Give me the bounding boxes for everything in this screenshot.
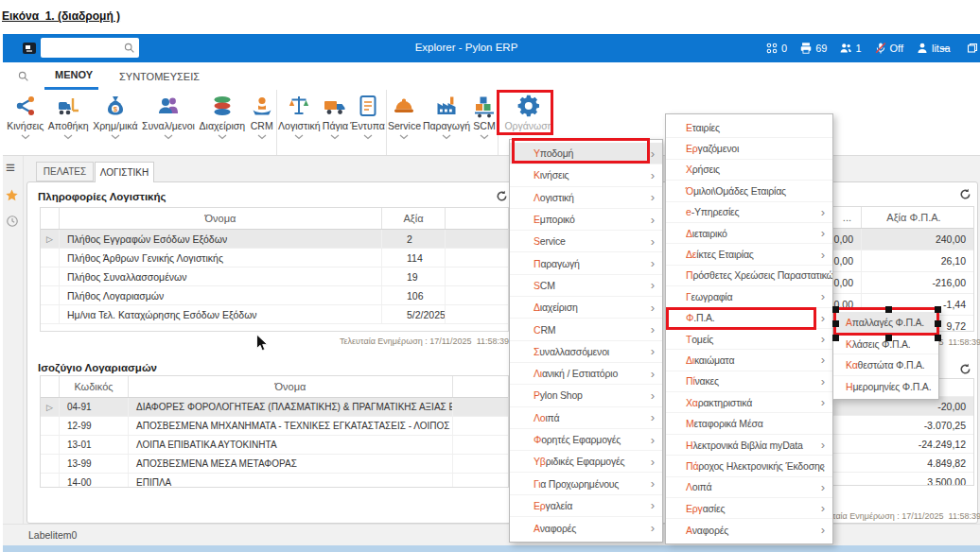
history-icon[interactable]: [6, 215, 19, 228]
menu-item-17[interactable]: Λοιπά: [666, 477, 832, 498]
titlebar-status-branches[interactable]: 0: [765, 42, 787, 55]
menu-item-14[interactable]: Μεταφορικά Μέσα: [666, 413, 832, 434]
refresh-icon[interactable]: [496, 190, 508, 202]
table-row[interactable]: 4.849,82: [813, 454, 973, 473]
menu-item-7[interactable]: Διαχείριση: [510, 297, 662, 319]
menu-item-6[interactable]: SCM: [510, 275, 662, 297]
ribbon-item-moneybag[interactable]: $Χρημ/μικά: [93, 94, 137, 140]
search-box: [41, 38, 139, 58]
menu-item-12[interactable]: Λοιπά: [510, 407, 662, 429]
table-row[interactable]: Πλήθος Άρθρων Γενικής Λογιστικής114: [41, 249, 508, 267]
menu-item-12[interactable]: Πίνακες: [666, 371, 832, 392]
menu-item-0[interactable]: Εταιρίες: [666, 117, 832, 138]
menu-item-14[interactable]: Υβριδικές Εφαρμογές: [510, 451, 662, 473]
table-row[interactable]: 0,00-216,00: [813, 272, 973, 294]
tab-syntomefseis[interactable]: ΣΥΝΤΟΜΕΥΣΕΙΣ: [109, 62, 205, 90]
search-input[interactable]: [44, 39, 124, 57]
menu-item-10[interactable]: Λιανική / Εστιατόριο: [510, 363, 662, 385]
menu-item-1[interactable]: Κλάσεις Φ.Π.Α.: [833, 334, 938, 355]
ribbon-item-scm[interactable]: SCM: [472, 94, 497, 140]
ribbon-item-share[interactable]: Κινήσεις: [7, 94, 44, 140]
table-row[interactable]: 0,00240,00: [813, 229, 973, 250]
menu-item-0[interactable]: Απαλλαγές Φ.Π.Α.: [833, 312, 938, 334]
table-row[interactable]: 13-99ΑΠΟΣΒΕΣΜΕΝΑ ΜΕΣΑ ΜΕΤΑΦΟΡΑΣ: [41, 455, 508, 474]
column-header-kodikos[interactable]: Κωδικός: [60, 376, 129, 397]
menu-item-3[interactable]: Ημερομηνίες Φ.Π.Α.: [833, 376, 938, 398]
cell-name: Πλήθος Λογαριασμών: [60, 286, 382, 304]
ribbon-item-gear[interactable]: Οργάνωση: [504, 94, 552, 131]
titlebar-status-mic-off[interactable]: Off: [874, 42, 903, 55]
menu-item-16[interactable]: Πάροχος Ηλεκτρονικής Έκδοσης: [666, 456, 832, 476]
menu-item-5[interactable]: Διεταιρικό: [666, 223, 832, 244]
titlebar-status-users[interactable]: 1: [839, 42, 861, 55]
table-row[interactable]: ▷Πλήθος Εγγραφών Εσόδων Εξόδων2: [41, 230, 508, 249]
menu-item-15[interactable]: Ηλεκτρονικά Βιβλία myData: [666, 435, 832, 456]
column-header-onoma[interactable]: Όνομα: [60, 208, 382, 229]
refresh-icon[interactable]: [959, 363, 971, 375]
menu-item-3[interactable]: Εμπορικό: [510, 209, 662, 231]
refresh-icon[interactable]: [959, 188, 971, 200]
table-row[interactable]: Πλήθος Συναλλασσομένων19: [41, 267, 508, 286]
ribbon-search-icon[interactable]: [17, 70, 29, 82]
ribbon-item-factory[interactable]: Παραγωγή: [423, 94, 470, 140]
ribbon-item-layers[interactable]: Διαχείριση: [200, 94, 246, 140]
menu-item-15[interactable]: Για Προχωρημένους: [510, 473, 662, 494]
table-row[interactable]: 12-99ΑΠΟΣΒΕΣΜΕΝΑ ΜΗΧΑΝΗΜΑΤΑ - ΤΕΧΝΙΚΕΣ Ε…: [41, 417, 508, 436]
table-row[interactable]: Πλήθος Λογαριασμών106: [41, 286, 508, 305]
doc-tab-pelates[interactable]: ΠΕΛΑΤΕΣ: [36, 162, 94, 181]
menu-item-19[interactable]: Αναφορές: [666, 519, 832, 540]
tab-menoy[interactable]: ΜΕΝΟΥ: [44, 62, 98, 90]
menu-item-4[interactable]: Service: [510, 231, 662, 252]
menu-item-2[interactable]: Καθεστώτα Φ.Π.Α.: [833, 354, 938, 376]
menu-item-6[interactable]: Δείκτες Εταιρίας: [666, 244, 832, 265]
table-row[interactable]: -20,00: [813, 397, 973, 416]
menu-item-4[interactable]: e-Υπηρεσίες: [666, 202, 832, 223]
star-icon[interactable]: [5, 188, 19, 202]
table-row[interactable]: -3.070,25: [813, 416, 973, 435]
table-row[interactable]: ▷04-91ΔΙΑΦΟΡΕΣ ΦΟΡΟΛΟΓΗΤΕΑΣ (ΠΛΑΣΜΑΤΙΚΗΣ…: [41, 398, 508, 417]
table-row[interactable]: 13-01ΛΟΙΠΑ ΕΠΙΒΑΤΙΚΑ ΑΥΤΟΚΙΝΗΤΑ: [41, 436, 508, 455]
column-header-axia[interactable]: Αξία: [382, 208, 446, 229]
menu-item-2[interactable]: Λογιστική: [510, 187, 662, 209]
menu-item-7[interactable]: Πρόσθετες Χρεώσεις Παραστατικών: [666, 266, 832, 286]
titlebar-status-printer[interactable]: 69: [799, 42, 827, 55]
doc-tab-logistiki[interactable]: ΛΟΓΙΣΤΙΚΗ: [95, 162, 154, 182]
menu-item-10[interactable]: Τομείς: [666, 329, 832, 350]
column-header-axia-fpa[interactable]: Αξία Φ.Π.Α.: [862, 207, 973, 228]
menu-item-18[interactable]: Εργασίες: [666, 498, 832, 519]
menu-item-11[interactable]: Δικαιώματα: [666, 350, 832, 371]
ribbon-item-document[interactable]: Έντυπα: [350, 94, 385, 140]
table-row[interactable]: Ημ/νια Τελ. Καταχώρησης Εσόδων Εξόδων5/2…: [41, 305, 508, 324]
ribbon-item-crm[interactable]: CRM: [250, 94, 274, 140]
menu-item-17[interactable]: Αναφορές: [510, 517, 662, 539]
table-row[interactable]: -24.249,12: [813, 435, 973, 454]
menu-item-9[interactable]: Συναλλασσόμενοι: [510, 341, 662, 363]
menu-item-0[interactable]: Υποδομή: [510, 143, 662, 164]
table-row[interactable]: 0,0026,10: [813, 250, 973, 272]
menu-item-9[interactable]: Φ.Π.Α.: [666, 308, 832, 329]
menu-item-5[interactable]: Παραγωγή: [510, 252, 662, 274]
menu-item-13[interactable]: Χαρακτηριστικά: [666, 392, 832, 413]
column-header-onoma[interactable]: Όνομα: [129, 376, 453, 397]
menu-item-1[interactable]: Κινήσεις: [510, 164, 662, 186]
menu-item-3[interactable]: Όμιλοι\Ομάδες Εταιρίας: [666, 181, 832, 201]
menu-item-8[interactable]: Γεωγραφία: [666, 286, 832, 307]
ribbon-item-forklift[interactable]: Αποθήκη: [48, 94, 89, 140]
menu-item-1[interactable]: Εργαζόμενοι: [666, 138, 832, 159]
menu-item-2[interactable]: Χρήσεις: [666, 160, 832, 181]
ribbon-item-scales[interactable]: Λογιστική: [278, 94, 321, 140]
row-indicator: [41, 474, 60, 488]
table-row[interactable]: 3.500,00: [813, 473, 973, 486]
ribbon-item-hardhat[interactable]: Service: [388, 94, 421, 140]
menu-item-8[interactable]: CRM: [510, 319, 662, 340]
menu-item-16[interactable]: Εργαλεία: [510, 495, 662, 517]
menu-item-13[interactable]: Φορητές Εφαρμογές: [510, 429, 662, 451]
ribbon-item-truck[interactable]: Πάγια: [323, 94, 348, 140]
ribbon-item-people[interactable]: Συναλ/μενοι: [142, 94, 195, 140]
restore-icon[interactable]: [967, 43, 978, 54]
minimize-icon[interactable]: [939, 43, 951, 54]
hamburger-icon[interactable]: ≡: [6, 160, 15, 176]
menu-item-label: εωγραφία: [691, 291, 733, 302]
table-row[interactable]: 14-00ΕΠΙΠΛΑ: [41, 474, 508, 488]
menu-item-11[interactable]: Pylon Shop: [510, 385, 662, 406]
